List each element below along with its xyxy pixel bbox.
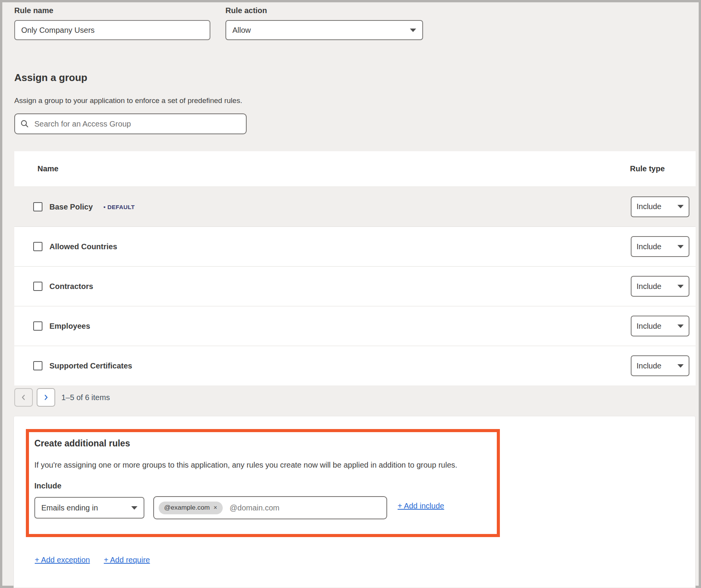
chevron-down-icon <box>131 506 137 510</box>
table-row: Allowed Countries Include <box>14 226 696 266</box>
chevron-down-icon <box>410 29 416 32</box>
rule-type-select[interactable]: Include <box>631 196 689 217</box>
search-icon <box>20 120 29 128</box>
chip-label: @example.com <box>164 504 210 512</box>
condition-select[interactable]: Emails ending in <box>34 497 144 519</box>
rule-configuration-page: Rule name Rule action Allow Assign a gro… <box>0 0 701 588</box>
group-name: Employees <box>49 322 90 331</box>
rule-type-value: Include <box>637 242 662 251</box>
rule-name-input[interactable] <box>14 20 210 40</box>
chevron-down-icon <box>677 285 684 288</box>
column-header-rule-type: Rule type <box>630 164 665 173</box>
rule-type-select[interactable]: Include <box>631 355 689 376</box>
rule-name-label: Rule name <box>14 6 53 15</box>
group-name: Base Policy <box>49 202 93 211</box>
additional-rules-heading: Create additional rules <box>34 438 130 449</box>
include-label: Include <box>34 482 61 490</box>
rule-type-select[interactable]: Include <box>631 316 689 336</box>
rule-type-select[interactable]: Include <box>631 236 689 257</box>
access-group-search[interactable] <box>14 113 247 134</box>
rule-type-select[interactable]: Include <box>631 276 689 297</box>
chevron-down-icon <box>677 205 684 208</box>
row-checkbox[interactable] <box>33 321 42 331</box>
rule-action-value: Allow <box>232 26 251 35</box>
prev-page-button[interactable] <box>14 388 33 407</box>
condition-value: Emails ending in <box>41 504 98 512</box>
rule-type-value: Include <box>637 202 662 211</box>
assign-group-heading: Assign a group <box>14 72 87 84</box>
chevron-down-icon <box>677 364 684 368</box>
rule-type-value: Include <box>637 322 662 331</box>
domain-input[interactable] <box>230 504 382 512</box>
footer-links: + Add exception + Add require <box>35 556 150 564</box>
group-name: Allowed Countries <box>49 242 117 251</box>
add-include-link[interactable]: + Add include <box>398 502 444 510</box>
access-groups-table: Name Rule type Base Policy • DEFAULT Inc… <box>14 151 696 385</box>
table-row: Contractors Include <box>14 266 696 306</box>
chevron-down-icon <box>677 324 684 328</box>
row-checkbox[interactable] <box>33 361 42 370</box>
group-name: Supported Certificates <box>49 362 132 370</box>
table-row: Employees Include <box>14 306 696 346</box>
table-row: Supported Certificates Include <box>14 346 696 385</box>
rule-type-value: Include <box>637 362 662 370</box>
row-checkbox[interactable] <box>33 202 42 211</box>
remove-chip-icon[interactable]: × <box>213 505 217 511</box>
next-page-button[interactable] <box>37 388 55 407</box>
row-checkbox[interactable] <box>33 242 42 251</box>
additional-rules-description: If you're assigning one or more groups t… <box>34 461 492 470</box>
chevron-down-icon <box>677 245 684 248</box>
rule-type-value: Include <box>637 282 662 291</box>
email-domains-field[interactable]: @example.com × <box>153 496 387 519</box>
table-header: Name Rule type <box>14 151 696 187</box>
column-header-name: Name <box>37 164 58 173</box>
pagination-status: 1–5 of 6 items <box>61 393 110 402</box>
rule-action-label: Rule action <box>225 6 267 15</box>
table-row: Base Policy • DEFAULT Include <box>14 187 696 226</box>
chevron-right-icon <box>42 394 49 401</box>
rule-action-select[interactable]: Allow <box>225 20 423 40</box>
add-require-link[interactable]: + Add require <box>104 556 150 564</box>
pagination: 1–5 of 6 items <box>14 388 110 407</box>
assign-group-description: Assign a group to your application to en… <box>14 96 242 105</box>
default-badge: • DEFAULT <box>103 203 135 210</box>
search-input[interactable] <box>34 120 240 128</box>
email-chip: @example.com × <box>159 502 223 514</box>
group-name: Contractors <box>49 282 93 291</box>
add-exception-link[interactable]: + Add exception <box>35 556 90 564</box>
row-checkbox[interactable] <box>33 282 42 291</box>
chevron-left-icon <box>20 394 27 401</box>
create-additional-rules-highlight: Create additional rules If you're assign… <box>26 429 500 537</box>
